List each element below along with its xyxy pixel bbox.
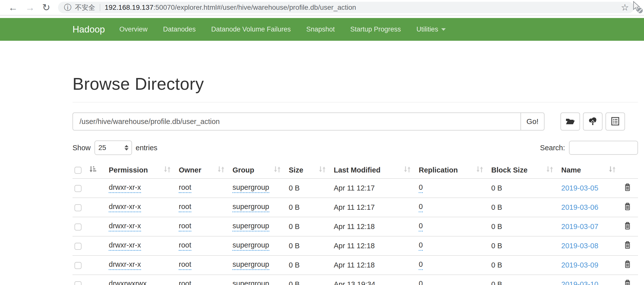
row-checkbox[interactable] xyxy=(74,243,82,250)
sort-both-icon xyxy=(318,166,326,175)
group-cell[interactable]: supergroup xyxy=(232,241,269,251)
table-header-row: Permission Owner Group Size Last Modifie… xyxy=(72,162,638,178)
header-name[interactable]: Name xyxy=(558,162,620,178)
entries-label: entries xyxy=(136,144,158,152)
file-name-link[interactable]: 2019-03-10 xyxy=(561,280,598,285)
trash-icon xyxy=(624,260,631,268)
block-size-cell: 0 B xyxy=(488,198,558,217)
header-owner[interactable]: Owner xyxy=(175,162,229,178)
nav-item-snapshot[interactable]: Snapshot xyxy=(306,26,335,33)
row-checkbox[interactable] xyxy=(74,204,82,211)
file-name-link[interactable]: 2019-03-05 xyxy=(561,184,598,192)
navbar-brand[interactable]: Hadoop xyxy=(72,24,105,35)
forward-arrow-icon[interactable]: → xyxy=(25,3,35,12)
directory-table: Permission Owner Group Size Last Modifie… xyxy=(72,162,638,285)
row-checkbox[interactable] xyxy=(74,185,82,192)
owner-cell[interactable]: root xyxy=(179,241,191,251)
back-arrow-icon[interactable]: ← xyxy=(8,3,18,12)
search-input[interactable] xyxy=(569,141,638,155)
owner-cell[interactable]: root xyxy=(179,222,191,232)
nav-item-startup-progress[interactable]: Startup Progress xyxy=(350,26,401,33)
url-text[interactable]: 192.168.19.137:50070/explorer.html#/user… xyxy=(105,4,356,12)
group-cell[interactable]: supergroup xyxy=(232,280,269,285)
upload-file-button[interactable] xyxy=(583,112,602,130)
nav-item-datanodes[interactable]: Datanodes xyxy=(163,26,196,33)
header-size[interactable]: Size xyxy=(285,162,330,178)
search-label: Search: xyxy=(540,144,565,152)
nav-item-datanode-volume-failures[interactable]: Datanode Volume Failures xyxy=(211,26,291,33)
sort-amount-asc-icon xyxy=(89,166,96,175)
file-name-link[interactable]: 2019-03-08 xyxy=(561,242,598,250)
owner-cell[interactable]: root xyxy=(179,280,191,285)
go-button[interactable]: Go! xyxy=(520,112,544,130)
reload-icon[interactable]: ↻ xyxy=(42,3,50,12)
delete-file-button[interactable] xyxy=(624,260,631,268)
show-label: Show xyxy=(72,144,91,152)
size-cell: 0 B xyxy=(285,217,330,236)
search-group: Search: xyxy=(540,141,638,155)
header-select-all[interactable] xyxy=(72,162,105,178)
sort-both-icon xyxy=(403,166,412,175)
permission-cell[interactable]: drwxr-xr-x xyxy=(109,202,141,212)
group-cell[interactable]: supergroup xyxy=(232,202,269,212)
trash-icon xyxy=(624,241,631,249)
owner-cell[interactable]: root xyxy=(179,202,191,212)
permission-cell[interactable]: drwxr-xr-x xyxy=(109,183,141,193)
owner-cell[interactable]: root xyxy=(179,260,191,270)
block-size-cell: 0 B xyxy=(488,178,558,198)
delete-file-button[interactable] xyxy=(624,279,631,285)
header-group[interactable]: Group xyxy=(229,162,285,178)
modified-cell: Apr 11 12:18 xyxy=(330,256,415,275)
permission-cell[interactable]: drwxr-xr-x xyxy=(109,260,141,270)
header-permission[interactable]: Permission xyxy=(105,162,175,178)
replication-cell[interactable]: 0 xyxy=(419,241,423,251)
group-cell[interactable]: supergroup xyxy=(232,183,269,193)
divider xyxy=(72,102,638,102)
row-checkbox[interactable] xyxy=(74,281,82,285)
create-directory-button[interactable] xyxy=(560,112,580,130)
header-replication[interactable]: Replication xyxy=(415,162,488,178)
file-name-link[interactable]: 2019-03-07 xyxy=(561,222,598,230)
replication-cell[interactable]: 0 xyxy=(419,222,423,232)
block-size-cell: 0 B xyxy=(488,275,558,285)
nav-item-utilities[interactable]: Utilities xyxy=(416,26,446,33)
replication-cell[interactable]: 0 xyxy=(419,280,423,285)
replication-cell[interactable]: 0 xyxy=(419,260,423,270)
modified-cell: Apr 11 12:17 xyxy=(330,178,415,198)
bookmark-star-icon[interactable]: ☆ xyxy=(621,2,629,13)
replication-cell[interactable]: 0 xyxy=(419,202,423,212)
delete-file-button[interactable] xyxy=(624,222,631,230)
file-name-link[interactable]: 2019-03-09 xyxy=(561,261,598,269)
url-host: 192.168.19.137 xyxy=(105,4,154,11)
path-row: Go! xyxy=(72,112,638,130)
size-cell: 0 B xyxy=(285,198,330,217)
info-icon[interactable]: ⓘ xyxy=(64,2,72,13)
entries-row: Show 25 entries Search: xyxy=(72,140,638,155)
delete-file-button[interactable] xyxy=(624,183,631,192)
group-cell[interactable]: supergroup xyxy=(232,222,269,232)
no-drop-cursor-icon xyxy=(632,1,644,15)
select-all-checkbox[interactable] xyxy=(74,167,82,174)
permission-cell[interactable]: drwxr-xr-x xyxy=(109,241,141,251)
owner-cell[interactable]: root xyxy=(179,183,191,193)
main-content: Browse Directory Go! xyxy=(72,74,638,285)
header-last-modified[interactable]: Last Modified xyxy=(330,162,415,178)
file-name-link[interactable]: 2019-03-06 xyxy=(561,203,598,211)
row-checkbox[interactable] xyxy=(74,262,82,269)
sort-both-icon xyxy=(163,166,172,175)
delete-file-button[interactable] xyxy=(624,202,631,211)
replication-cell[interactable]: 0 xyxy=(419,183,423,193)
row-checkbox[interactable] xyxy=(74,224,82,230)
delete-file-button[interactable] xyxy=(624,241,631,249)
entries-select[interactable]: 25 xyxy=(94,140,132,155)
header-block-size[interactable]: Block Size xyxy=(488,162,558,178)
cloud-upload-icon xyxy=(588,117,598,126)
permission-cell[interactable]: drwxrwxrwx xyxy=(109,280,146,285)
directory-path-input[interactable] xyxy=(72,112,520,130)
file-list-button[interactable] xyxy=(606,112,625,130)
address-bar[interactable]: ⓘ 不安全 192.168.19.137:50070/explorer.html… xyxy=(58,2,634,13)
permission-cell[interactable]: drwxr-xr-x xyxy=(109,222,141,232)
table-row: drwxr-xr-x root supergroup 0 B Apr 11 12… xyxy=(72,256,638,275)
group-cell[interactable]: supergroup xyxy=(232,260,269,270)
nav-item-overview[interactable]: Overview xyxy=(120,26,148,33)
